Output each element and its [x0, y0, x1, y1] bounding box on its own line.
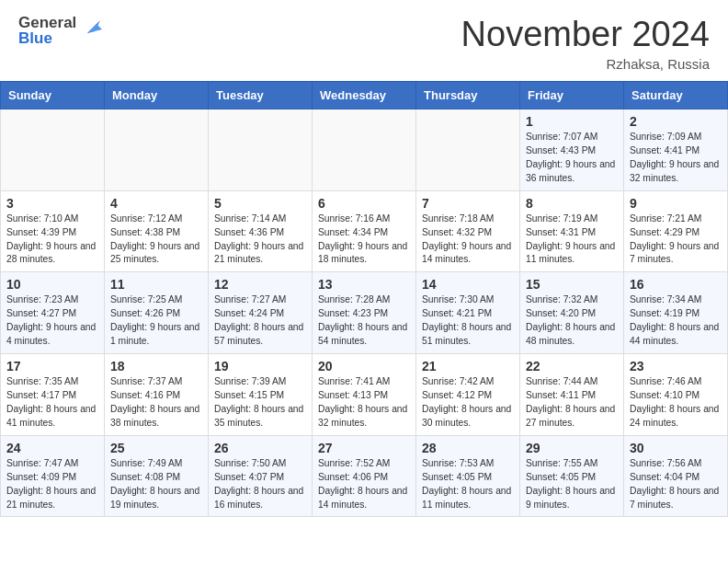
- day-info: Sunrise: 7:14 AM Sunset: 4:36 PM Dayligh…: [214, 213, 306, 265]
- calendar-day-25: 25Sunrise: 7:49 AM Sunset: 4:08 PM Dayli…: [105, 435, 209, 517]
- logo-general: General: [18, 15, 76, 30]
- day-info: Sunrise: 7:18 AM Sunset: 4:32 PM Dayligh…: [422, 213, 514, 265]
- calendar-day-29: 29Sunrise: 7:55 AM Sunset: 4:05 PM Dayli…: [520, 435, 624, 517]
- calendar-day-11: 11Sunrise: 7:25 AM Sunset: 4:26 PM Dayli…: [105, 272, 209, 354]
- day-info: Sunrise: 7:32 AM Sunset: 4:20 PM Dayligh…: [526, 294, 618, 346]
- calendar-day-27: 27Sunrise: 7:52 AM Sunset: 4:06 PM Dayli…: [313, 435, 416, 517]
- header: General Blue November 2024 Rzhaksa, Russ…: [0, 0, 728, 81]
- calendar-day-22: 22Sunrise: 7:44 AM Sunset: 4:11 PM Dayli…: [520, 354, 624, 436]
- calendar-day-16: 16Sunrise: 7:34 AM Sunset: 4:19 PM Dayli…: [624, 272, 728, 354]
- calendar-body: 1Sunrise: 7:07 AM Sunset: 4:43 PM Daylig…: [1, 109, 728, 517]
- day-info: Sunrise: 7:37 AM Sunset: 4:16 PM Dayligh…: [110, 376, 202, 428]
- day-info: Sunrise: 7:50 AM Sunset: 4:07 PM Dayligh…: [214, 458, 306, 510]
- weekday-header-sunday: Sunday: [1, 82, 105, 109]
- logo-blue: Blue: [18, 30, 76, 46]
- calendar-table: SundayMondayTuesdayWednesdayThursdayFrid…: [0, 81, 728, 517]
- day-number: 1: [526, 114, 618, 129]
- day-info: Sunrise: 7:52 AM Sunset: 4:06 PM Dayligh…: [318, 458, 410, 510]
- calendar-day-4: 4Sunrise: 7:12 AM Sunset: 4:38 PM Daylig…: [105, 190, 209, 272]
- day-number: 4: [110, 196, 202, 211]
- empty-cell: [313, 109, 416, 191]
- calendar-day-18: 18Sunrise: 7:37 AM Sunset: 4:16 PM Dayli…: [105, 354, 209, 436]
- day-number: 15: [526, 277, 618, 292]
- empty-cell: [1, 109, 105, 191]
- day-info: Sunrise: 7:28 AM Sunset: 4:23 PM Dayligh…: [318, 294, 410, 346]
- calendar-week-5: 24Sunrise: 7:47 AM Sunset: 4:09 PM Dayli…: [1, 435, 728, 517]
- day-number: 3: [6, 196, 98, 211]
- day-number: 10: [6, 277, 98, 292]
- empty-cell: [416, 109, 520, 191]
- day-number: 7: [422, 196, 514, 211]
- day-number: 22: [526, 359, 618, 373]
- calendar-day-20: 20Sunrise: 7:41 AM Sunset: 4:13 PM Dayli…: [313, 354, 416, 436]
- day-info: Sunrise: 7:12 AM Sunset: 4:38 PM Dayligh…: [110, 213, 202, 265]
- day-info: Sunrise: 7:21 AM Sunset: 4:29 PM Dayligh…: [630, 213, 722, 265]
- day-info: Sunrise: 7:07 AM Sunset: 4:43 PM Dayligh…: [526, 132, 618, 183]
- logo-text: General Blue: [18, 15, 76, 46]
- calendar-day-28: 28Sunrise: 7:53 AM Sunset: 4:05 PM Dayli…: [416, 435, 520, 517]
- day-info: Sunrise: 7:27 AM Sunset: 4:24 PM Dayligh…: [214, 294, 306, 346]
- day-number: 25: [110, 441, 202, 455]
- weekday-header-tuesday: Tuesday: [209, 82, 313, 109]
- day-info: Sunrise: 7:10 AM Sunset: 4:39 PM Dayligh…: [6, 213, 98, 265]
- day-number: 27: [318, 441, 410, 455]
- location: Rzhaksa, Russia: [461, 56, 710, 72]
- day-info: Sunrise: 7:56 AM Sunset: 4:04 PM Dayligh…: [630, 458, 722, 510]
- calendar-day-15: 15Sunrise: 7:32 AM Sunset: 4:20 PM Dayli…: [520, 272, 624, 354]
- day-info: Sunrise: 7:30 AM Sunset: 4:21 PM Dayligh…: [422, 294, 514, 346]
- calendar-day-30: 30Sunrise: 7:56 AM Sunset: 4:04 PM Dayli…: [624, 435, 728, 517]
- day-number: 24: [6, 441, 98, 455]
- calendar-week-2: 3Sunrise: 7:10 AM Sunset: 4:39 PM Daylig…: [1, 190, 728, 272]
- calendar-day-17: 17Sunrise: 7:35 AM Sunset: 4:17 PM Dayli…: [1, 354, 105, 436]
- day-info: Sunrise: 7:49 AM Sunset: 4:08 PM Dayligh…: [110, 458, 202, 510]
- day-number: 30: [630, 441, 722, 455]
- day-info: Sunrise: 7:34 AM Sunset: 4:19 PM Dayligh…: [630, 294, 722, 346]
- calendar-day-21: 21Sunrise: 7:42 AM Sunset: 4:12 PM Dayli…: [416, 354, 520, 436]
- day-number: 5: [214, 196, 306, 211]
- calendar-day-7: 7Sunrise: 7:18 AM Sunset: 4:32 PM Daylig…: [416, 190, 520, 272]
- day-info: Sunrise: 7:19 AM Sunset: 4:31 PM Dayligh…: [526, 213, 618, 265]
- calendar-day-8: 8Sunrise: 7:19 AM Sunset: 4:31 PM Daylig…: [520, 190, 624, 272]
- day-number: 29: [526, 441, 618, 455]
- weekday-header-saturday: Saturday: [624, 82, 728, 109]
- day-info: Sunrise: 7:23 AM Sunset: 4:27 PM Dayligh…: [6, 294, 98, 346]
- day-info: Sunrise: 7:16 AM Sunset: 4:34 PM Dayligh…: [318, 213, 410, 265]
- day-number: 13: [318, 277, 410, 292]
- day-number: 17: [6, 359, 98, 373]
- logo-icon: [80, 13, 108, 44]
- day-info: Sunrise: 7:47 AM Sunset: 4:09 PM Dayligh…: [6, 458, 98, 510]
- day-number: 16: [630, 277, 722, 292]
- calendar-header: SundayMondayTuesdayWednesdayThursdayFrid…: [1, 82, 728, 109]
- svg-marker-1: [87, 24, 102, 33]
- day-info: Sunrise: 7:46 AM Sunset: 4:10 PM Dayligh…: [630, 376, 722, 428]
- title-block: November 2024 Rzhaksa, Russia: [461, 15, 710, 72]
- day-number: 9: [630, 196, 722, 211]
- day-info: Sunrise: 7:39 AM Sunset: 4:15 PM Dayligh…: [214, 376, 306, 428]
- day-info: Sunrise: 7:25 AM Sunset: 4:26 PM Dayligh…: [110, 294, 202, 346]
- month-title: November 2024: [461, 15, 710, 54]
- day-info: Sunrise: 7:44 AM Sunset: 4:11 PM Dayligh…: [526, 376, 618, 428]
- calendar-day-14: 14Sunrise: 7:30 AM Sunset: 4:21 PM Dayli…: [416, 272, 520, 354]
- calendar-day-10: 10Sunrise: 7:23 AM Sunset: 4:27 PM Dayli…: [1, 272, 105, 354]
- day-number: 19: [214, 359, 306, 373]
- day-number: 6: [318, 196, 410, 211]
- day-number: 20: [318, 359, 410, 373]
- day-info: Sunrise: 7:35 AM Sunset: 4:17 PM Dayligh…: [6, 376, 98, 428]
- calendar-day-12: 12Sunrise: 7:27 AM Sunset: 4:24 PM Dayli…: [209, 272, 313, 354]
- calendar-day-9: 9Sunrise: 7:21 AM Sunset: 4:29 PM Daylig…: [624, 190, 728, 272]
- day-info: Sunrise: 7:09 AM Sunset: 4:41 PM Dayligh…: [630, 132, 722, 183]
- day-number: 2: [630, 114, 722, 129]
- day-number: 28: [422, 441, 514, 455]
- day-number: 18: [110, 359, 202, 373]
- day-number: 21: [422, 359, 514, 373]
- weekday-header-friday: Friday: [520, 82, 624, 109]
- empty-cell: [105, 109, 209, 191]
- weekday-header-monday: Monday: [105, 82, 209, 109]
- calendar-day-5: 5Sunrise: 7:14 AM Sunset: 4:36 PM Daylig…: [209, 190, 313, 272]
- weekday-header-wednesday: Wednesday: [313, 82, 416, 109]
- day-number: 23: [630, 359, 722, 373]
- calendar-week-3: 10Sunrise: 7:23 AM Sunset: 4:27 PM Dayli…: [1, 272, 728, 354]
- day-info: Sunrise: 7:41 AM Sunset: 4:13 PM Dayligh…: [318, 376, 410, 428]
- calendar-day-2: 2Sunrise: 7:09 AM Sunset: 4:41 PM Daylig…: [624, 109, 728, 191]
- calendar-day-23: 23Sunrise: 7:46 AM Sunset: 4:10 PM Dayli…: [624, 354, 728, 436]
